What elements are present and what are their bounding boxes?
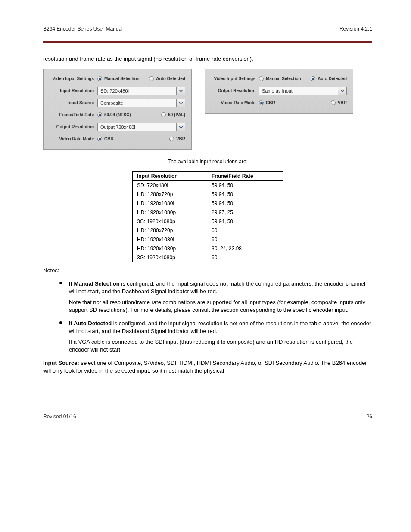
radio-selected-icon [259,100,264,105]
chevron-down-icon[interactable] [177,99,185,107]
table-cell: SD: 720x480i [133,180,207,190]
doc-title: B264 Encoder Series User Manual [43,26,123,32]
radio-selected-icon [97,137,102,141]
input-resolution-select[interactable]: SD: 720x480i [97,87,177,95]
table-cell: HD: 1280x720p [133,226,207,235]
col-input-resolution: Input Resolution [133,171,207,180]
doc-revision: Revision 4.2.1 [339,26,372,32]
table-cell: 60 [207,235,283,244]
input-resolutions-table: Input Resolution Frame/Field Rate SD: 72… [132,171,283,262]
radio-icon [331,100,336,105]
auto-detected-panel: Video Input Settings Manual Selection Au… [205,69,353,114]
table-row: HD: 1280x720p59.94, 50 [133,190,283,199]
table-row: 3G: 1920x1080p60 [133,253,283,262]
table-caption: The available input resolutions are: [43,159,372,165]
cbr-radio[interactable]: CBR [97,137,114,141]
cbr-radio[interactable]: CBR [259,100,275,105]
table-cell: 3G: 1920x1080p [133,253,207,262]
list-item: If Manual Selection is configured, and t… [58,280,372,314]
manual-selection-radio[interactable]: Manual Selection [259,76,301,81]
auto-detected-radio[interactable]: Auto Detected [311,76,347,81]
page-number: 26 [367,414,372,420]
video-rate-mode-label: Video Rate Mode [48,137,97,141]
vbr-radio[interactable]: VBR [169,137,185,141]
table-cell: 30, 24, 23.98 [207,244,283,253]
table-cell: 3G: 1920x1080p [133,217,207,226]
radio-selected-icon [311,76,315,81]
notes-label: Notes: [43,267,372,274]
frame-field-rate-label: Frame/Field Rate [48,112,97,117]
chevron-down-icon[interactable] [177,123,185,131]
note-auto-extra: If a VGA cable is connected to the SDI i… [69,339,353,353]
note-manual-selection: If Manual Selection is configured, and t… [69,280,365,295]
manual-selection-panel: Video Input Settings Manual Selection Au… [43,69,192,150]
auto-detected-radio[interactable]: Auto Detected [149,76,185,81]
settings-panels-row: Video Input Settings Manual Selection Au… [43,69,372,150]
col-frame-field-rate: Frame/Field Rate [207,171,283,180]
output-resolution-select[interactable]: Output 720x480i [97,123,177,131]
output-resolution-select[interactable]: Same as Input [259,87,338,95]
notes-list: If Manual Selection is configured, and t… [58,280,372,353]
table-cell: 60 [207,253,283,262]
video-input-settings-label: Video Input Settings [209,76,259,81]
chevron-down-icon[interactable] [177,87,185,95]
table-row: 3G: 1920x1080p59.94, 50 [133,217,283,226]
radio-selected-icon [97,112,102,117]
table-row: HD: 1280x720p60 [133,226,283,235]
input-source-select[interactable]: Composite [97,99,177,107]
table-cell: HD: 1280x720p [133,190,207,199]
table-cell: 29.97, 25 [207,208,283,217]
radio-selected-icon [97,76,102,81]
input-source-label: Input Source [48,100,97,105]
table-cell: HD: 1920x1080p [133,244,207,253]
table-row: HD: 1920x1080p30, 24, 23.98 [133,244,283,253]
ntsc-radio[interactable]: 59.94 (NTSC) [97,112,131,117]
video-input-settings-label: Video Input Settings [48,76,97,81]
video-rate-mode-label: Video Rate Mode [209,100,259,105]
pal-radio[interactable]: 50 (PAL) [161,112,185,117]
table-cell: HD: 1920x1080i [133,235,207,244]
table-cell: 59.94, 50 [207,199,283,208]
table-row: SD: 720x480i59.94, 50 [133,180,283,190]
footer-date: Revised 01/16 [43,414,76,420]
table-row: HD: 1920x1080i59.94, 50 [133,199,283,208]
table-cell: 59.94, 50 [207,190,283,199]
table-cell: HD: 1920x1080p [133,208,207,217]
radio-icon [259,76,264,81]
table-cell: 59.94, 50 [207,217,283,226]
output-resolution-label: Output Resolution [209,88,259,93]
input-source-paragraph: Input Source: select one of Composite, S… [43,359,372,374]
output-resolution-label: Output Resolution [48,124,97,129]
radio-icon [161,112,166,117]
table-cell: 60 [207,226,283,235]
radio-icon [169,137,174,141]
radio-icon [149,76,154,81]
table-row: HD: 1920x1080p29.97, 25 [133,208,283,217]
table-row: HD: 1920x1080i60 [133,235,283,244]
vbr-radio[interactable]: VBR [331,100,347,105]
table-cell: 59.94, 50 [207,180,283,190]
chevron-down-icon[interactable] [338,87,347,95]
table-cell: HD: 1920x1080i [133,199,207,208]
list-item: If Auto Detected is configured, and the … [58,320,372,353]
manual-selection-radio[interactable]: Manual Selection [97,76,140,81]
input-resolution-label: Input Resolution [48,88,97,93]
header-divider [43,41,372,43]
note-manual-extra: Note that not all resolution/frame rate … [69,299,365,313]
note-auto-detected: If Auto Detected is configured, and the … [69,320,371,334]
intro-paragraph: resolution and frame rate as the input s… [43,55,372,63]
